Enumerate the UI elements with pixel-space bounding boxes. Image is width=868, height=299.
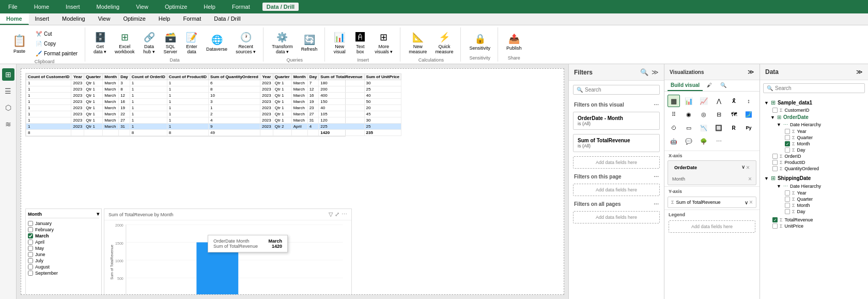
viz-type-more[interactable]: ⋯ xyxy=(712,135,725,147)
table-row[interactable]: 12023Qtr 1March1211102023Qtr 1March16400… xyxy=(26,93,401,99)
tree-field-qty[interactable]: Σ QuantityOrdered xyxy=(762,166,866,172)
tab-format[interactable]: Format xyxy=(177,13,208,25)
slicer-item[interactable]: January xyxy=(28,220,99,227)
sql-server-button[interactable]: 🗃️ SQLServer xyxy=(161,29,181,56)
filter-icon[interactable]: ▽ xyxy=(329,211,333,218)
data-hub-button[interactable]: 🔗 Datahub ▾ xyxy=(140,29,159,56)
tree-item-date-hier[interactable]: ▼ ⋯ Date Hierarchy xyxy=(762,121,866,128)
search-filter-icon[interactable]: 🔍 xyxy=(640,68,648,76)
viz-type-line[interactable]: 📈 xyxy=(698,95,710,107)
tree-field-customerid[interactable]: Σ CustomerID xyxy=(762,107,866,113)
new-visual-button[interactable]: 📊 Newvisual xyxy=(330,29,349,56)
data-search-box[interactable]: 🔍 xyxy=(763,83,865,93)
tree-item-orderdate[interactable]: ▼ ⊞ OrderDate xyxy=(762,113,866,121)
viz-type-py[interactable]: Py xyxy=(742,122,755,134)
text-box-button[interactable]: 🅰 Textbox xyxy=(351,30,369,56)
format-painter-button[interactable]: 🖌️ Format painter xyxy=(33,49,81,58)
tab-home[interactable]: Home xyxy=(0,13,29,25)
slicer-item[interactable]: August xyxy=(28,264,99,270)
table-row[interactable]: 12023Qtr 1March311192023Qtr 2April422525 xyxy=(26,124,401,130)
menu-optimize[interactable]: Optimize xyxy=(161,3,191,11)
tree-field-ship-day[interactable]: Σ Day xyxy=(762,208,866,215)
tree-field-ship-year[interactable]: Σ Year xyxy=(762,190,866,196)
filters-add-all[interactable]: Add data fields here xyxy=(573,211,660,223)
dax-query-icon[interactable]: ≋ xyxy=(2,118,14,130)
refresh-button[interactable]: 🔄 Refresh xyxy=(298,32,321,54)
copy-button[interactable]: 📄 Copy xyxy=(33,39,81,48)
viz-type-decomp[interactable]: 🌳 xyxy=(698,135,710,147)
tab-modeling[interactable]: Modeling xyxy=(56,13,92,25)
viz-type-gauge[interactable]: ⏲ xyxy=(668,122,680,134)
tree-table-shipping[interactable]: ▼ ⊞ ShippingDate xyxy=(762,174,866,183)
tree-field-ship-month[interactable]: Σ Month xyxy=(762,202,866,208)
filters-more-icon[interactable]: ⋯ xyxy=(654,102,659,108)
tree-field-year[interactable]: Σ Year xyxy=(762,128,866,134)
filters-all-more-icon[interactable]: ⋯ xyxy=(654,201,659,207)
slicer-item[interactable]: July xyxy=(28,258,99,264)
table-row[interactable]: 12023Qtr 1March81182023Qtr 1March1220025 xyxy=(26,86,401,93)
menu-data-drill[interactable]: Data / Drill xyxy=(262,3,299,11)
table-visual[interactable]: Count of CustomerID Year Quarter Month D… xyxy=(25,73,346,137)
report-view-icon[interactable]: ⊞ xyxy=(2,68,14,81)
tree-item-ship-date-hier[interactable]: ▼ ⋯ Date Hierarchy xyxy=(762,183,866,190)
table-row[interactable]: 12023Qtr 1March221122023Qtr 1March271054… xyxy=(26,111,401,117)
x-axis-expand-icon[interactable]: ∨ xyxy=(741,164,745,171)
y-axis-field[interactable]: Σ Sum of TotalRevenue ∨ × xyxy=(668,197,756,208)
chart-visual[interactable]: Sum of TotalRevenue by Month ▽ ⤢ ⋯ 2000 … xyxy=(104,208,352,295)
cut-button[interactable]: ✂️ Cut xyxy=(33,29,81,38)
legend-add-data[interactable]: Add data fields here xyxy=(669,220,755,233)
slicer-item[interactable]: February xyxy=(28,227,99,233)
viz-type-table[interactable]: ▦ xyxy=(668,95,680,107)
table-row[interactable]: 12023Qtr 1March161132023Qtr 1March191505… xyxy=(26,99,401,105)
menu-insert[interactable]: Insert xyxy=(61,3,84,11)
analytics-tab[interactable]: 🔍 xyxy=(716,80,731,91)
slicer-visual[interactable]: Month ▾ JanuaryFebruaryMarchAprilMayJune… xyxy=(25,208,102,295)
tab-optimize[interactable]: Optimize xyxy=(117,13,152,25)
x-axis-field[interactable]: OrderDate ∨ × xyxy=(671,162,753,173)
filters-search-box[interactable]: 🔍 xyxy=(573,85,660,95)
tab-data-drill[interactable]: Data / Drill xyxy=(208,13,247,25)
enter-data-button[interactable]: 📝 Enterdata xyxy=(182,29,201,56)
focus-mode-icon[interactable]: ⤢ xyxy=(335,211,339,218)
expand-filters-icon[interactable]: ≫ xyxy=(652,68,659,76)
slicer-item[interactable]: May xyxy=(28,245,99,251)
menu-file[interactable]: File xyxy=(4,3,22,11)
x-axis-remove-btn[interactable]: × xyxy=(746,164,750,171)
viz-type-ribbon[interactable]: 🎗 xyxy=(727,95,740,107)
tree-table-sample[interactable]: ▼ ⊞ Sample_data1 xyxy=(762,98,866,107)
filters-page-more-icon[interactable]: ⋯ xyxy=(654,174,659,180)
viz-type-scatter[interactable]: ⠿ xyxy=(668,108,680,121)
table-view-icon[interactable]: ☰ xyxy=(2,85,14,97)
slicer-dropdown-icon[interactable]: ▾ xyxy=(97,211,99,217)
expand-viz-icon[interactable]: ≫ xyxy=(748,68,754,76)
slicer-item[interactable]: March xyxy=(28,233,99,239)
tree-field-quarter[interactable]: Σ Quarter xyxy=(762,134,866,141)
tree-field-month[interactable]: ✓ Σ Month xyxy=(762,141,866,147)
viz-type-bar[interactable]: 📊 xyxy=(683,95,695,107)
get-data-button[interactable]: 🗄️ Getdata ▾ xyxy=(90,29,110,56)
tree-field-orderid[interactable]: Σ OrderID xyxy=(762,153,866,159)
quick-measure-button[interactable]: ⚡ Quickmeasure xyxy=(432,29,456,56)
data-search-input[interactable] xyxy=(775,85,861,91)
model-view-icon[interactable]: ⬡ xyxy=(2,101,14,114)
filters-search-input[interactable] xyxy=(585,87,656,93)
y-axis-remove-btn[interactable]: × xyxy=(749,199,753,206)
table-row[interactable]: 12023Qtr 1March191112023Qtr 1March234020 xyxy=(26,105,401,111)
format-visual-tab[interactable]: 🖌 xyxy=(703,80,716,91)
tree-field-totalrevenue[interactable]: ✓ Σ TotalRevenue xyxy=(762,217,866,223)
viz-type-card[interactable]: ▭ xyxy=(683,122,695,134)
expand-data-icon[interactable]: ≫ xyxy=(856,68,863,76)
more-options-icon[interactable]: ⋯ xyxy=(342,211,347,218)
paste-button[interactable]: 📋 Paste xyxy=(8,33,30,55)
dataverse-button[interactable]: 🌐 Dataverse xyxy=(203,32,230,54)
tree-field-productid[interactable]: Σ ProductID xyxy=(762,159,866,166)
transform-data-button[interactable]: ⚙️ Transformdata ▾ xyxy=(269,29,296,56)
viz-type-treemap[interactable]: ⊟ xyxy=(712,108,725,121)
viz-type-map[interactable]: 🗺 xyxy=(727,108,740,121)
viz-type-ai[interactable]: 🤖 xyxy=(668,135,680,147)
tree-field-unitprice[interactable]: Σ UnitPrice xyxy=(762,223,866,229)
table-row[interactable]: 12023Qtr 1March271142023Qtr 1March311203… xyxy=(26,117,401,124)
viz-type-filled-map[interactable]: 🗾 xyxy=(742,108,755,121)
slicer-item[interactable]: April xyxy=(28,239,99,245)
table-row[interactable]: 12023Qtr 1March31162023Qtr 1March718030 xyxy=(26,80,401,86)
